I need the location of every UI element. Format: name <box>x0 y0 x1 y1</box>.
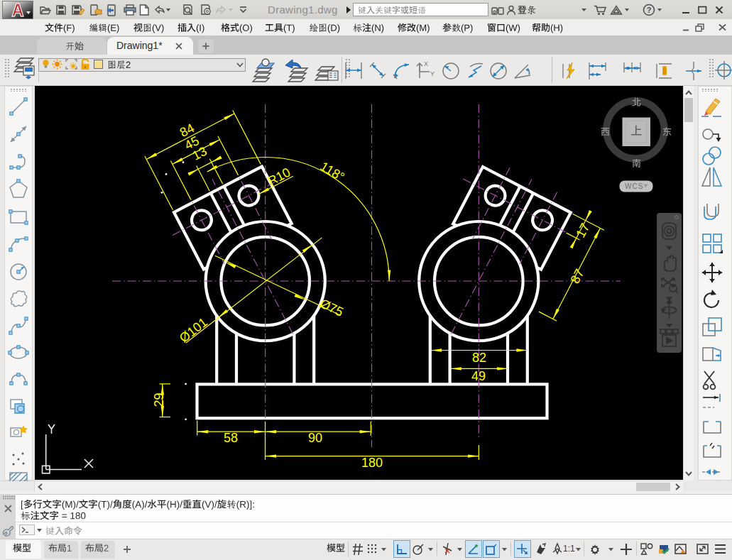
svg-text:180: 180 <box>361 456 383 470</box>
svg-text:29: 29 <box>152 393 166 407</box>
svg-text:X: X <box>424 60 428 67</box>
svg-text:Y: Y <box>430 70 435 77</box>
svg-text:58: 58 <box>224 431 238 445</box>
svg-text:90: 90 <box>308 431 322 445</box>
svg-text:82: 82 <box>472 351 486 365</box>
svg-text:WCS: WCS <box>625 182 643 190</box>
svg-text:?: ? <box>647 6 652 14</box>
svg-text:49: 49 <box>471 369 486 383</box>
